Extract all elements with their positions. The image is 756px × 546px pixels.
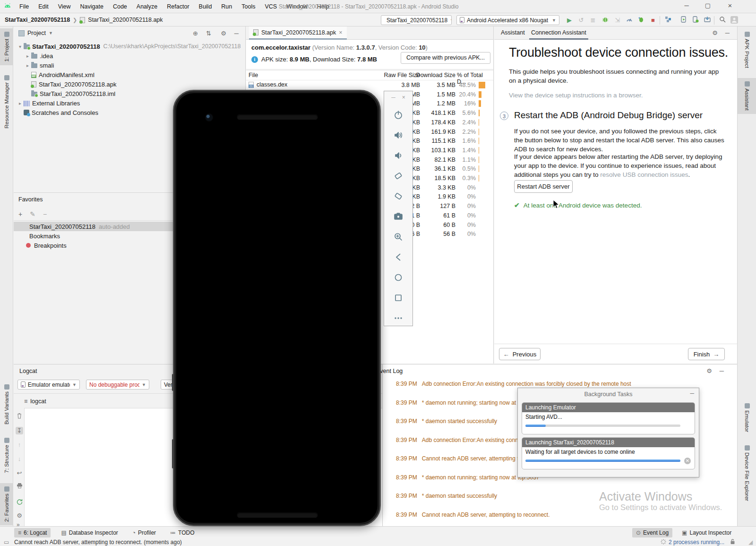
menu-item[interactable]: Tools [237, 1, 259, 12]
profiler-icon[interactable] [624, 16, 635, 25]
tool-strip-item[interactable]: Assistant [738, 78, 756, 114]
hide-panel-icon[interactable]: ─ [234, 30, 239, 37]
device-manager-icon[interactable] [690, 16, 701, 25]
menu-item[interactable]: Build [195, 1, 216, 12]
tree-chevron-icon[interactable]: ▾ [17, 44, 24, 49]
print-icon[interactable] [16, 483, 23, 490]
apply-changes-icon[interactable]: ≣ [588, 16, 598, 25]
gear-icon[interactable]: ⚙ [221, 30, 226, 37]
sdk-manager-icon[interactable] [702, 16, 713, 25]
tree-chevron-icon[interactable]: ▸ [24, 63, 31, 68]
up-stack-trace-icon[interactable]: ↑ [16, 441, 23, 449]
tool-strip-item[interactable]: APK Project [738, 28, 756, 71]
tool-strip-item[interactable]: Resource Manager [0, 72, 13, 132]
tool-strip-item[interactable]: Build Variants [0, 381, 13, 428]
volume-down-icon[interactable] [392, 149, 404, 162]
compare-apk-button[interactable]: Compare with previous APK... [401, 52, 490, 64]
event-log-entry[interactable]: 8:39 PM Cannot reach ADB server, attempt… [396, 511, 550, 518]
tool-window-button[interactable]: Profiler [129, 528, 160, 537]
tool-strip-item[interactable]: Emulator [738, 400, 756, 435]
logcat-device-select[interactable]: Emulator emulatc▼ [17, 380, 80, 390]
menu-item[interactable]: Refactor [163, 1, 193, 12]
minimize-window-icon[interactable]: ─ [679, 2, 694, 9]
menu-item[interactable]: Run [217, 1, 236, 12]
logcat-process-select[interactable]: No debuggable proc▼ [86, 380, 149, 390]
tree-chevron-icon[interactable]: ▸ [24, 53, 31, 59]
editor-preview-icon[interactable]: ▭ [4, 539, 9, 546]
remove-favorite-icon[interactable]: − [43, 210, 47, 218]
maximize-window-icon[interactable]: ▢ [701, 2, 715, 9]
run-button[interactable]: ▶ [564, 16, 575, 25]
locate-file-icon[interactable]: ⊕ [193, 30, 198, 37]
project-structure-icon[interactable] [663, 16, 673, 25]
restart-adb-button[interactable]: Restart ADB server [514, 180, 573, 193]
lock-icon[interactable] [730, 538, 735, 546]
event-log-entry[interactable]: 8:39 PM * daemon started successfully [396, 418, 497, 425]
back-icon[interactable] [392, 251, 404, 263]
restart-logcat-icon[interactable] [16, 499, 23, 506]
column-download-size[interactable]: Download Size [246, 72, 455, 78]
tree-row[interactable]: ▾ StarTaxi_202007052118 C:\Users\khark\A… [14, 42, 245, 51]
event-log-entry[interactable]: 8:39 PM Adb connection Error:An existing… [396, 381, 631, 387]
project-panel-title[interactable]: Project [27, 30, 46, 36]
gear-icon[interactable]: ⚙ [712, 29, 718, 36]
chevron-down-icon[interactable]: ▼ [49, 31, 53, 35]
tree-row[interactable]: ▸ .idea [14, 51, 245, 61]
power-icon[interactable] [392, 109, 404, 121]
close-tab-icon[interactable]: × [339, 29, 342, 36]
minimize-icon[interactable]: ─ [690, 390, 694, 397]
scroll-to-end-icon[interactable]: ↧ [16, 427, 23, 434]
device-setup-link[interactable]: View the device setup instructions in a … [509, 91, 726, 100]
menu-item[interactable]: View [54, 1, 75, 12]
soft-wrap-icon[interactable]: ↩ [16, 469, 23, 477]
hide-panel-icon[interactable]: ─ [725, 29, 730, 36]
minimize-emulator-icon[interactable]: ─ [391, 94, 395, 101]
menu-item[interactable]: Analyze [132, 1, 162, 12]
tool-window-button[interactable]: Database Inspector [57, 528, 121, 537]
finish-button[interactable]: Finish→ [688, 348, 725, 360]
tab-assistant[interactable]: Assistant [501, 29, 525, 36]
run-configuration-select[interactable]: StarTaxi_202007052118▼ [381, 15, 452, 25]
overview-icon[interactable] [392, 292, 404, 304]
close-window-icon[interactable]: × [723, 1, 737, 9]
avd-manager-icon[interactable] [679, 16, 689, 25]
tool-window-button[interactable]: Event Log [632, 528, 672, 537]
processes-running-link[interactable]: 2 processes running... [669, 539, 724, 546]
rotate-left-icon[interactable] [392, 170, 404, 182]
hide-panel-icon[interactable]: ─ [720, 367, 724, 374]
menu-item[interactable]: Edit [34, 1, 53, 12]
close-emulator-icon[interactable]: × [402, 94, 405, 101]
tool-strip-item[interactable]: 1: Project [0, 28, 13, 65]
zoom-icon[interactable] [392, 231, 404, 243]
cancel-task-icon[interactable]: ✕ [684, 458, 691, 464]
breadcrumb-file[interactable]: StarTaxi_202007052118.apk [88, 17, 163, 23]
logcat-tab[interactable]: ≡ logcat [24, 396, 46, 407]
tool-window-button[interactable]: TODO [166, 528, 198, 537]
apply-changes-and-restart-icon[interactable] [636, 16, 646, 25]
status-message[interactable]: Cannot reach ADB server, attempting to r… [14, 539, 182, 546]
menu-item[interactable]: VCS [260, 1, 281, 12]
menu-item[interactable]: File [15, 1, 33, 12]
tree-chevron-icon[interactable]: ▸ [17, 101, 24, 106]
edit-favorite-icon[interactable]: ✎ [30, 210, 35, 218]
attach-debugger-icon[interactable]: ⇲ [612, 16, 623, 25]
tree-row[interactable]: AndroidManifest.xml [14, 70, 245, 79]
editor-tab[interactable]: StarTaxi_202007052118.apk × [249, 26, 347, 40]
more-options-icon[interactable] [392, 312, 404, 324]
restart-activity-icon[interactable]: ↺ [576, 16, 586, 25]
debug-button[interactable] [600, 16, 610, 25]
stop-button[interactable]: ■ [648, 16, 658, 25]
home-icon[interactable] [392, 271, 404, 284]
emulator-screen[interactable] [181, 127, 373, 506]
resize-grip[interactable]: ◢ [748, 539, 753, 546]
menu-item[interactable]: Code [109, 1, 131, 12]
rotate-right-icon[interactable] [392, 190, 404, 202]
resolve-usb-issues-link[interactable]: resolve USB connection issues [600, 171, 688, 178]
collapse-all-icon[interactable]: ⇅ [206, 30, 211, 37]
tool-strip-item[interactable]: 2: Favorites [0, 483, 13, 525]
tool-strip-item[interactable]: Device File Explorer [738, 442, 756, 504]
tool-strip-item[interactable]: 7: Structure [0, 434, 13, 476]
tool-window-button[interactable]: Layout Inspector [678, 528, 735, 537]
volume-up-icon[interactable] [392, 129, 404, 141]
screenshot-icon[interactable] [392, 210, 404, 223]
